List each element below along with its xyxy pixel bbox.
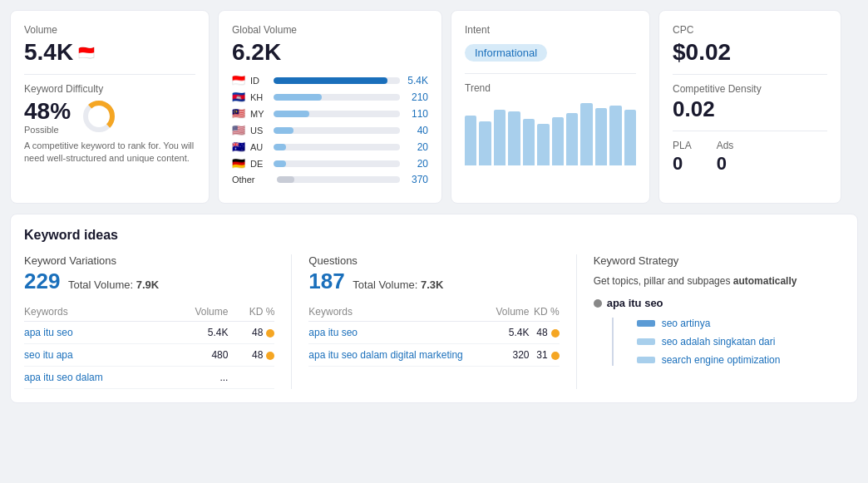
country-flag: 🇦🇺 xyxy=(232,140,245,153)
country-bar-fill xyxy=(274,127,293,134)
variations-col: Keyword Variations 229 Total Volume: 7.9… xyxy=(24,254,292,389)
strategy-bar-icon xyxy=(637,320,655,327)
kw-kd xyxy=(228,367,274,389)
intent-badge: Informational xyxy=(465,44,547,62)
kw-kd: 31 xyxy=(530,344,560,367)
intent-label: Intent xyxy=(465,24,636,36)
kw-volume: 5.4K xyxy=(168,322,229,344)
strategy-col: Keyword Strategy Get topics, pillar and … xyxy=(594,254,844,389)
questions-title: Questions xyxy=(308,254,559,267)
trend-bar xyxy=(508,111,520,165)
country-bar-fill xyxy=(274,144,286,150)
kw-link[interactable]: apa itu seo dalam xyxy=(24,372,103,383)
strategy-bar-icon xyxy=(637,357,655,363)
pla-ads-row: PLA 0 Ads 0 xyxy=(673,140,827,175)
strategy-item-label[interactable]: seo adalah singkatan dari xyxy=(662,336,776,347)
variations-header: Keyword Variations 229 Total Volume: 7.9… xyxy=(24,254,274,294)
country-bar-bg xyxy=(274,94,400,101)
country-other-label: Other xyxy=(232,175,272,185)
questions-header: Questions 187 Total Volume: 7.3K xyxy=(308,254,559,294)
strategy-item: search engine optimization xyxy=(622,354,844,366)
country-num: 210 xyxy=(405,91,428,103)
country-num: 20 xyxy=(405,141,428,153)
pla-item: PLA 0 xyxy=(673,140,692,175)
trend-bar xyxy=(494,110,506,165)
table-row: apa itu seo 5.4K 48 xyxy=(24,322,274,344)
country-num: 20 xyxy=(405,158,428,170)
country-bar-bg xyxy=(274,77,400,84)
var-col-keywords: Keywords xyxy=(24,303,168,322)
pla-value: 0 xyxy=(673,153,692,175)
country-bar-fill xyxy=(274,111,309,117)
strategy-bar-icon xyxy=(637,338,655,345)
country-bar-fill xyxy=(274,77,387,84)
ads-value: 0 xyxy=(717,153,734,175)
comp-density-label: Competitive Density xyxy=(673,83,827,95)
global-volume-label: Global Volume xyxy=(232,24,428,36)
section-title: Keyword ideas xyxy=(24,228,844,243)
kd-possible: Possible xyxy=(24,125,71,135)
ideas-grid: Keyword Variations 229 Total Volume: 7.9… xyxy=(24,254,844,389)
trend-bar xyxy=(580,103,592,165)
questions-tbody: apa itu seo 5.4K 48 apa itu seo dalam di… xyxy=(308,322,559,367)
country-row: 🇺🇸 US 40 xyxy=(232,124,428,136)
volume-card: Volume 5.4K 🇮🇩 Keyword Difficulty 48% Po… xyxy=(10,10,210,204)
country-code: US xyxy=(250,126,269,136)
kw-volume: ... xyxy=(168,367,229,389)
kw-link[interactable]: apa itu seo xyxy=(308,327,358,338)
kw-link[interactable]: apa itu seo dalam digital marketing xyxy=(308,349,462,361)
country-bar-fill xyxy=(274,94,322,101)
country-flag: 🇩🇪 xyxy=(232,157,245,170)
strategy-item-label[interactable]: search engine optimization xyxy=(662,354,781,366)
strategy-item-label[interactable]: seo artinya xyxy=(662,318,711,329)
country-flag: 🇲🇾 xyxy=(232,107,245,120)
kw-link[interactable]: seo itu apa xyxy=(24,349,73,361)
kw-kd: 48 xyxy=(530,322,560,344)
kw-volume: 480 xyxy=(168,344,229,367)
trend-bar xyxy=(479,121,491,165)
strategy-line: seo artinya seo adalah singkatan dari se… xyxy=(612,318,844,366)
country-bar-bg xyxy=(274,144,400,150)
volume-label: Volume xyxy=(24,24,195,36)
country-flag: 🇮🇩 xyxy=(232,74,245,86)
strategy-root-label: apa itu seo xyxy=(607,297,663,309)
pla-label: PLA xyxy=(673,140,692,151)
strategy-root-dot xyxy=(594,299,602,308)
trend-bar xyxy=(609,106,621,165)
kw-kd: 48 xyxy=(228,344,274,367)
dashboard: Volume 5.4K 🇮🇩 Keyword Difficulty 48% Po… xyxy=(0,0,868,413)
strategy-desc: Get topics, pillar and subpages automati… xyxy=(594,275,844,287)
volume-flag: 🇮🇩 xyxy=(78,45,95,61)
country-row: 🇰🇭 KH 210 xyxy=(232,91,428,103)
country-row: 🇦🇺 AU 20 xyxy=(232,140,428,153)
keyword-ideas-section: Keyword ideas Keyword Variations 229 Tot… xyxy=(10,214,858,403)
strategy-root: apa itu seo xyxy=(594,297,844,309)
volume-value: 5.4K 🇮🇩 xyxy=(24,39,195,66)
country-rows: 🇮🇩 ID 5.4K 🇰🇭 KH 210 🇲🇾 MY 110 🇺🇸 US xyxy=(232,74,428,185)
strategy-header: Keyword Strategy xyxy=(594,254,844,267)
var-col-volume: Volume xyxy=(168,303,229,322)
country-code: AU xyxy=(250,142,269,152)
kd-dot xyxy=(266,352,274,360)
kw-link[interactable]: apa itu seo xyxy=(24,327,73,338)
strategy-item: seo adalah singkatan dari xyxy=(622,336,844,347)
country-bar-bg xyxy=(274,160,400,167)
table-row: apa itu seo dalam ... xyxy=(24,367,274,389)
trend-bar xyxy=(537,124,549,165)
country-num: 370 xyxy=(405,174,428,185)
global-volume-card: Global Volume 6.2K 🇮🇩 ID 5.4K 🇰🇭 KH 210 … xyxy=(218,10,442,204)
country-row: 🇩🇪 DE 20 xyxy=(232,157,428,170)
kw-kd: 48 xyxy=(228,322,274,344)
trend-bar xyxy=(523,119,535,165)
global-volume-value: 6.2K xyxy=(232,39,428,66)
trend-bar xyxy=(552,117,564,165)
country-num: 40 xyxy=(405,125,428,136)
kd-donut-chart xyxy=(81,98,117,135)
trend-bar xyxy=(465,116,476,165)
q-col-kd: KD % xyxy=(530,303,560,322)
kd-label: Keyword Difficulty xyxy=(24,83,195,95)
kd-dot xyxy=(551,352,560,360)
var-col-kd: KD % xyxy=(228,303,274,322)
kd-desc: A competitive keyword to rank for. You w… xyxy=(24,140,195,165)
variations-title: Keyword Variations xyxy=(24,254,274,267)
